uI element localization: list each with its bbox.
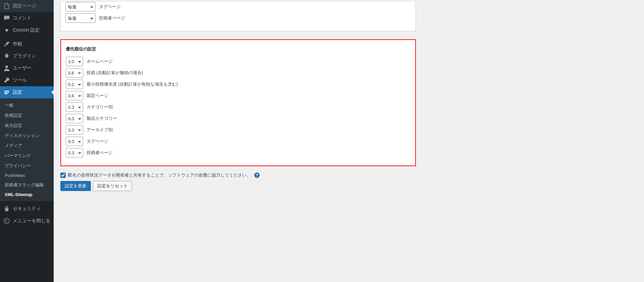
form-buttons: 設定を更新 設定をリセット xyxy=(60,181,416,191)
sliders-icon xyxy=(3,89,10,96)
brush-icon xyxy=(3,41,10,47)
prio-label: アーカイブ別 xyxy=(87,127,113,133)
prio-select-categories[interactable]: 0.3 xyxy=(66,102,83,112)
content-area: 毎週 タグページ 毎週 投稿者ページ 優先順位の設定 1.0 ホームページ xyxy=(54,0,644,282)
submenu-writing[interactable]: 投稿設定 xyxy=(0,110,54,121)
sidebar-item-security[interactable]: セキュリティ xyxy=(0,203,54,215)
frequency-box-partial: 毎週 タグページ 毎週 投稿者ページ xyxy=(60,2,416,31)
wrench-icon xyxy=(3,77,10,84)
prio-select-posts[interactable]: 0.6 xyxy=(66,68,83,78)
freq-select-tag[interactable]: 毎週 xyxy=(65,2,96,11)
sidebar-label: 設定 xyxy=(13,89,22,95)
svg-point-1 xyxy=(5,65,8,68)
submenu-reading[interactable]: 表示設定 xyxy=(0,121,54,131)
admin-sidebar: 固定ページ コメント Cocoon 設定 外観 プラグイン ユーザー ツール xyxy=(0,0,54,282)
settings-submenu: 一般 投稿設定 表示設定 ディスカッション メディア パーマリンク プライバシー… xyxy=(0,98,54,201)
sidebar-item-comments[interactable]: コメント xyxy=(0,12,54,24)
prio-label: 投稿 (自動計算が無効の場合) xyxy=(87,70,143,76)
user-icon xyxy=(3,65,10,72)
share-data-row: 匿名の使用状況データを開発者と共有することで、ソフトウェアの改善に協力してくださ… xyxy=(60,172,416,178)
plug-icon xyxy=(3,53,10,59)
reset-button[interactable]: 設定をリセット xyxy=(93,181,132,191)
prio-row-pages: 0.6 固定ページ xyxy=(66,91,411,100)
sidebar-label: プラグイン xyxy=(13,53,36,59)
freq-label: タグページ xyxy=(99,4,121,10)
submenu-author-slug[interactable]: 投稿者スラッグ編集 xyxy=(0,180,54,190)
comment-icon xyxy=(3,15,10,21)
priority-box: 優先順位の設定 1.0 ホームページ 0.6 投稿 (自動計算が無効の場合) 0… xyxy=(60,39,416,166)
freq-row-tag: 毎週 タグページ xyxy=(65,2,411,11)
sidebar-collapse[interactable]: メニューを閉じる xyxy=(0,215,54,227)
freq-label: 投稿者ページ xyxy=(99,15,125,21)
sidebar-item-tools[interactable]: ツール xyxy=(0,74,54,86)
submenu-media[interactable]: メディア xyxy=(0,141,54,151)
prio-select-archives[interactable]: 0.3 xyxy=(66,125,83,135)
help-icon[interactable]: ? xyxy=(254,173,260,178)
prio-row-categories: 0.3 カテゴリー別 xyxy=(66,102,411,112)
prio-label: カテゴリー別 xyxy=(87,104,113,110)
prio-row-min-post: 0.2 最小投稿優先度 (自動計算が有効な場合も含む) xyxy=(66,80,411,89)
sidebar-item-cocoon[interactable]: Cocoon 設定 xyxy=(0,24,54,36)
prio-label: 固定ページ xyxy=(87,93,108,99)
submenu-permalink[interactable]: パーマリンク xyxy=(0,151,54,161)
share-data-checkbox[interactable] xyxy=(60,173,66,178)
sidebar-label: セキュリティ xyxy=(13,206,41,212)
sidebar-item-users[interactable]: ユーザー xyxy=(0,62,54,74)
priority-box-title: 優先順位の設定 xyxy=(66,46,411,52)
sidebar-label: ユーザー xyxy=(13,65,32,71)
sidebar-label: ツール xyxy=(13,77,27,83)
svg-point-0 xyxy=(5,29,8,32)
prio-select-tags[interactable]: 0.3 xyxy=(66,137,83,146)
submenu-general[interactable]: 一般 xyxy=(0,100,54,110)
sidebar-item-settings[interactable]: 設定 xyxy=(0,86,54,98)
submenu-xml-sitemap[interactable]: XML-Sitemap xyxy=(0,190,54,199)
prio-row-home: 1.0 ホームページ xyxy=(66,57,411,66)
prio-label: 投稿者ページ xyxy=(87,150,113,156)
sidebar-label: Cocoon 設定 xyxy=(13,27,40,33)
prio-select-pages[interactable]: 0.6 xyxy=(66,91,83,100)
collapse-icon xyxy=(3,218,10,224)
svg-point-2 xyxy=(7,90,9,92)
sidebar-label: 外観 xyxy=(13,41,22,47)
sidebar-label: メニューを閉じる xyxy=(13,218,50,224)
prio-row-posts: 0.6 投稿 (自動計算が無効の場合) xyxy=(66,68,411,78)
sidebar-item-appearance[interactable]: 外観 xyxy=(0,38,54,50)
prio-select-prod-cat[interactable]: 0.3 xyxy=(66,114,83,123)
prio-select-home[interactable]: 1.0 xyxy=(66,57,83,66)
lock-icon xyxy=(3,205,10,212)
prio-row-archives: 0.3 アーカイブ別 xyxy=(66,125,411,135)
share-data-label: 匿名の使用状況データを開発者と共有することで、ソフトウェアの改善に協力してくださ… xyxy=(68,172,251,178)
page-icon xyxy=(3,3,10,9)
sidebar-item-plugins[interactable]: プラグイン xyxy=(0,50,54,62)
dot-icon xyxy=(3,27,10,34)
sidebar-item-pages[interactable]: 固定ページ xyxy=(0,0,54,12)
prio-row-tags: 0.3 タグページ xyxy=(66,137,411,146)
prio-select-authors[interactable]: 0.3 xyxy=(66,148,83,157)
prio-row-authors: 0.3 投稿者ページ xyxy=(66,148,411,157)
freq-row-author: 毎週 投稿者ページ xyxy=(65,13,411,23)
prio-label: 製品カテゴリー xyxy=(87,115,117,122)
svg-point-4 xyxy=(4,218,9,224)
prio-row-prod-cat: 0.3 製品カテゴリー xyxy=(66,114,411,123)
sidebar-label: 固定ページ xyxy=(13,3,36,9)
svg-point-3 xyxy=(5,93,6,94)
submenu-postviews[interactable]: PostViews xyxy=(0,171,54,180)
prio-label: タグページ xyxy=(87,138,108,144)
save-button[interactable]: 設定を更新 xyxy=(60,181,91,191)
prio-label: 最小投稿優先度 (自動計算が有効な場合も含む) xyxy=(87,81,178,87)
prio-label: ホームページ xyxy=(87,58,113,64)
submenu-discussion[interactable]: ディスカッション xyxy=(0,131,54,141)
submenu-privacy[interactable]: プライバシー xyxy=(0,161,54,171)
freq-select-author[interactable]: 毎週 xyxy=(65,13,96,23)
prio-select-min-post[interactable]: 0.2 xyxy=(66,80,83,89)
sidebar-label: コメント xyxy=(13,15,32,21)
